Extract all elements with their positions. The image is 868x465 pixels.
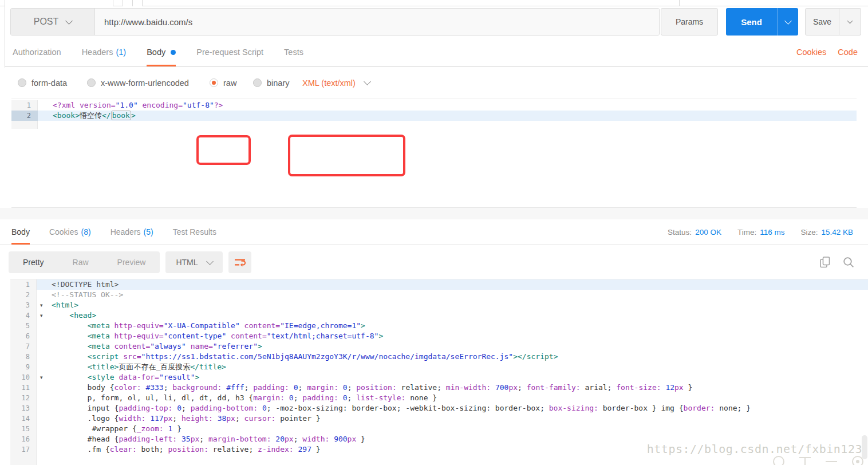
pane-divider [0,208,868,219]
size-label: Size: [800,228,818,237]
code-line-5: 5 <meta http-equiv="X-UA-Compatible" con… [10,321,868,331]
body-mode-raw[interactable]: raw [210,78,236,88]
body-mode-label: binary [267,78,290,88]
content-type-dropdown[interactable]: XML (text/xml) [302,78,370,88]
code-line-1: 1<!DOCTYPE html> [10,279,868,290]
open-request-tab[interactable] [5,0,113,6]
response-tab-cookies[interactable]: Cookies(8) [49,219,91,245]
fold-arrow-icon[interactable]: ▾ [40,310,43,321]
save-button-group: Save [805,8,861,36]
line-number: 7 [10,341,37,352]
send-button[interactable]: Send [726,8,777,36]
code-line-2: 2<!--STATUS OK--> [10,290,868,300]
request-tab-body[interactable]: Body [147,38,176,66]
fold-arrow-icon[interactable]: ▾ [40,300,43,310]
request-tab-headers[interactable]: Headers(1) [82,38,127,66]
view-mode-raw[interactable]: Raw [58,258,103,267]
code-line-2: 2<book>悟空传</book> [11,111,857,121]
url-input[interactable] [95,9,659,35]
line-number: 17 [10,444,37,455]
radio-icon[interactable] [87,78,96,87]
code-line-6: 6 <meta http-equiv="content-type" conten… [10,331,868,341]
line-icon [826,461,837,462]
chevron-down-icon [206,258,214,265]
tab-menu-button[interactable] [132,0,143,6]
line-number: 10 [10,372,37,383]
code-line-content: <title>页面不存在_百度搜索</title> [37,362,868,372]
response-tab-test-results[interactable]: Test Results [173,219,216,245]
code-line-content: <!DOCTYPE html> [37,279,868,290]
tab-label: Body [147,48,165,57]
code-line-content: <script src="https://ss1.bdstatic.com/5e… [37,352,868,362]
code-line-content: <meta http-equiv="X-UA-Compatible" conte… [37,321,868,331]
request-tab-authorization[interactable]: Authorization [13,38,61,66]
code-line-content: body {color: #333; background: #fff; pad… [37,383,868,393]
search-button[interactable] [843,257,854,268]
tab-label: Headers [82,48,113,57]
content-type-label: XML (text/xml) [302,78,356,88]
request-section-tabs: AuthorizationHeaders(1)BodyPre-request S… [5,38,868,67]
line-number: 4 [10,310,37,321]
response-meta: Status: 200 OK Time: 116 ms Size: 15.42 … [668,219,868,245]
code-line-10: 10▾ <style data-for="result"> [10,372,868,383]
watermark: https://blog.csdn.net/fxbin123 [647,442,862,456]
time-pair: Time: 116 ms [737,228,785,237]
line-number: 5 [10,321,37,331]
response-tab-body[interactable]: Body [11,219,30,245]
view-mode-switcher: PrettyRawPreview [9,251,160,273]
unsaved-dot-icon [171,50,176,55]
response-tab-headers[interactable]: Headers(5) [111,219,153,245]
radio-selected-icon[interactable] [210,78,218,87]
code-link[interactable]: Code [838,48,858,57]
save-button[interactable]: Save [805,8,839,36]
send-button-group: Send [726,8,798,36]
response-tab-list: BodyCookies(8)Headers(5)Test Results [11,219,236,245]
radio-icon[interactable] [253,78,262,87]
code-line-content: <meta content="always" name="referrer"> [37,341,868,352]
request-links: Cookies Code [796,38,868,66]
line-number: 12 [10,393,37,403]
tab-count-badge: (5) [144,227,153,237]
code-line-8: 8 <script src="https://ss1.bdstatic.com/… [10,352,868,362]
request-body-editor[interactable]: 1<?xml version="1.0" encoding="utf-8"?>2… [11,98,857,208]
code-line-content: #wrapper {_zoom: 1 } [37,424,868,434]
circled-dot-icon [852,456,863,465]
response-body-editor[interactable]: 1<!DOCTYPE html>2<!--STATUS OK-->3▾<html… [10,279,868,465]
wrap-text-icon [234,258,246,267]
send-options-button[interactable] [777,8,798,36]
copy-button[interactable] [820,257,830,268]
tab-label: Cookies [49,227,78,237]
format-label: HTML [176,258,198,267]
code-line-7: 7 <meta content="always" name="referrer"… [10,341,868,352]
request-tab-pre-request-script[interactable]: Pre-request Script [196,38,263,66]
code-line-content: p, form, ol, ul, li, dl, dt, dd, h3 {mar… [37,393,868,403]
method-label: POST [34,17,59,27]
line-number: 15 [10,424,37,434]
time-value: 116 ms [760,228,784,237]
radio-icon[interactable] [18,78,26,87]
code-line-11: 11 body {color: #333; background: #fff; … [10,383,868,393]
line-number: 8 [10,352,37,362]
body-mode-x-www-form-urlencoded[interactable]: x-www-form-urlencoded [87,78,189,88]
save-options-button[interactable] [839,8,861,36]
format-dropdown[interactable]: HTML [165,251,222,273]
size-pair: Size: 15.42 KB [800,228,853,237]
view-mode-pretty[interactable]: Pretty [9,258,58,267]
body-mode-form-data[interactable]: form-data [18,78,67,88]
cookies-link[interactable]: Cookies [796,48,826,57]
tab-label: Test Results [173,227,216,237]
view-mode-preview[interactable]: Preview [103,258,160,267]
line-number: 2 [11,111,38,121]
time-label: Time: [737,228,756,237]
request-tab-tests[interactable]: Tests [284,38,303,66]
body-mode-binary[interactable]: binary [253,78,290,88]
code-line-content: input {padding-top: 0; padding-bottom: 0… [37,403,868,413]
new-tab-button[interactable] [123,0,133,6]
method-dropdown[interactable]: POST [11,9,95,35]
tab-label: Pre-request Script [196,48,263,57]
params-button[interactable]: Params [661,8,718,36]
size-value: 15.42 KB [821,228,853,237]
fold-arrow-icon[interactable]: ▾ [40,372,43,383]
wrap-text-button[interactable] [228,251,251,273]
tab-label: Body [11,227,30,237]
